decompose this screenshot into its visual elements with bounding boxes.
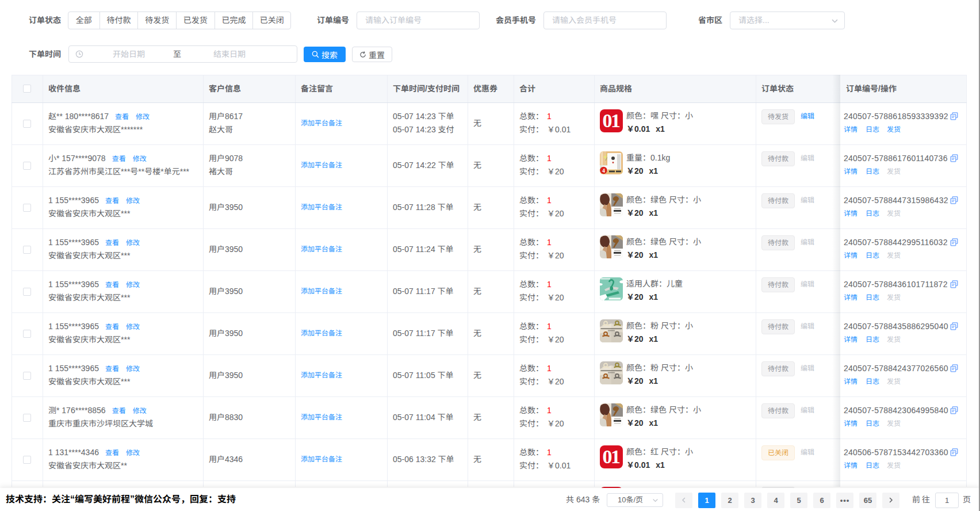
svg-text:4: 4 [602, 167, 605, 174]
